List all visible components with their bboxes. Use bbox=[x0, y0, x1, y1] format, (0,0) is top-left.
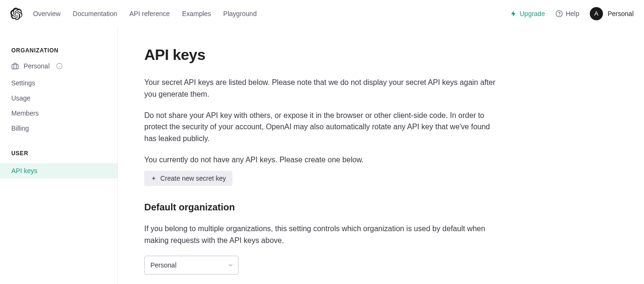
sidebar: ORGANIZATION Personal Settings Usage Mem… bbox=[0, 27, 118, 284]
intro-p2: Do not share your API key with others, o… bbox=[144, 110, 503, 145]
plus-icon bbox=[151, 175, 157, 181]
avatar: A bbox=[590, 7, 603, 20]
sidebar-item-usage[interactable]: Usage bbox=[0, 91, 117, 106]
topbar: Overview Documentation API reference Exa… bbox=[0, 0, 644, 27]
nav-overview[interactable]: Overview bbox=[33, 10, 60, 17]
upgrade-link[interactable]: Upgrade bbox=[510, 10, 545, 17]
sidebar-item-settings[interactable]: Settings bbox=[0, 75, 117, 91]
nav-api-reference[interactable]: API reference bbox=[130, 10, 170, 17]
sidebar-org-name-label: Personal bbox=[24, 62, 50, 70]
main-content: API keys Your secret API keys are listed… bbox=[118, 27, 644, 284]
create-secret-key-button[interactable]: Create new secret key bbox=[144, 171, 232, 186]
svg-point-1 bbox=[559, 15, 560, 16]
sidebar-org-name[interactable]: Personal bbox=[0, 60, 117, 75]
help-icon bbox=[555, 10, 563, 17]
nav-playground[interactable]: Playground bbox=[223, 10, 257, 17]
intro-p3: You currently do not have any API keys. … bbox=[144, 154, 503, 166]
default-org-body: If you belong to multiple organizations,… bbox=[144, 223, 503, 247]
openai-logo-icon bbox=[10, 8, 23, 20]
org-select-value: Personal bbox=[144, 256, 239, 275]
default-org-title: Default organization bbox=[144, 202, 618, 213]
top-right: Upgrade Help A Personal bbox=[510, 7, 634, 20]
help-link[interactable]: Help bbox=[555, 10, 579, 17]
help-label: Help bbox=[566, 10, 579, 17]
create-secret-key-label: Create new secret key bbox=[160, 175, 226, 182]
svg-rect-2 bbox=[12, 65, 18, 69]
nav-examples[interactable]: Examples bbox=[182, 10, 211, 17]
sidebar-item-api-keys[interactable]: API keys bbox=[0, 163, 117, 178]
sidebar-user-title: USER bbox=[0, 150, 117, 163]
briefcase-icon bbox=[11, 62, 19, 70]
logo[interactable] bbox=[10, 8, 23, 20]
page-title: API keys bbox=[144, 46, 618, 64]
top-nav: Overview Documentation API reference Exa… bbox=[33, 10, 510, 17]
org-select[interactable]: Personal bbox=[144, 256, 239, 275]
upgrade-label: Upgrade bbox=[520, 10, 545, 17]
sidebar-org-title: ORGANIZATION bbox=[0, 47, 117, 60]
user-menu[interactable]: A Personal bbox=[590, 7, 634, 20]
info-icon bbox=[56, 63, 63, 69]
user-menu-label: Personal bbox=[608, 10, 634, 17]
lightning-icon bbox=[510, 10, 517, 17]
nav-documentation[interactable]: Documentation bbox=[73, 10, 117, 17]
intro-p1: Your secret API keys are listed below. P… bbox=[144, 77, 503, 100]
layout: ORGANIZATION Personal Settings Usage Mem… bbox=[0, 27, 644, 284]
sidebar-item-billing[interactable]: Billing bbox=[0, 121, 117, 136]
sidebar-item-members[interactable]: Members bbox=[0, 106, 117, 121]
